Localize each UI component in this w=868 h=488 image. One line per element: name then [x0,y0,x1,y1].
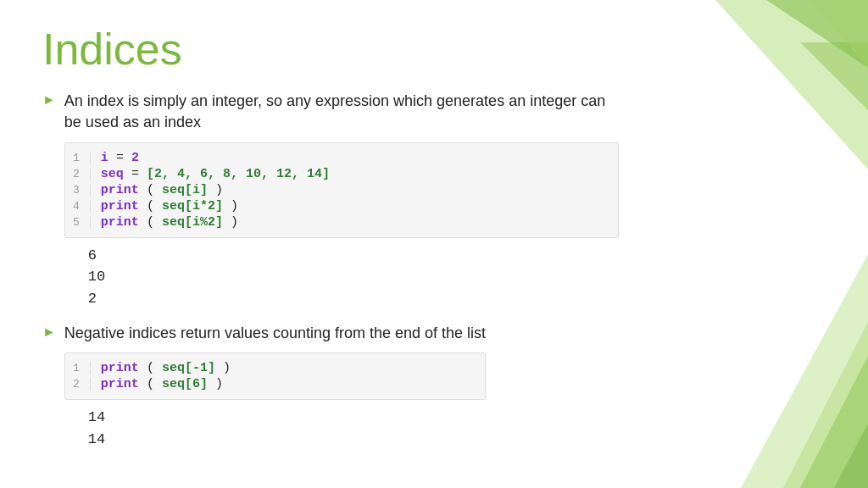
line-num-1-2: 2 [65,168,91,180]
svg-marker-1 [766,0,868,68]
svg-marker-6 [809,0,868,68]
bullet-item-2: ► Negative indices return values countin… [42,323,619,455]
bullet-text-1: An index is simply an integer, so any ex… [64,91,619,133]
code-content-2-1: print ( seq[-1] ) [101,361,231,375]
code-block-2: 1 print ( seq[-1] ) 2 print ( seq[6] [64,352,486,400]
code-line-1-4: 4 print ( seq[i*2] ) [65,198,618,214]
output-line-1-3: 2 [88,288,619,310]
bullet-content-1: An index is simply an integer, so any ex… [64,91,619,314]
code-content-2-2: print ( seq[6] ) [101,377,223,391]
bullet-arrow-2: ► [42,324,56,340]
code-content-1-1: i = 2 [101,151,139,165]
line-num-2-1: 1 [65,362,91,374]
bullet-item-1: ► An index is simply an integer, so any … [42,91,619,314]
page-title: Indices [42,25,619,74]
output-block-2: 14 14 [88,407,486,450]
svg-marker-7 [783,322,868,488]
code-content-1-4: print ( seq[i*2] ) [101,199,238,214]
code-line-1-5: 5 print ( seq[i%2] ) [65,214,618,230]
bullet-content-2: Negative indices return values counting … [64,323,486,455]
line-num-1-3: 3 [65,184,91,197]
svg-marker-5 [834,424,868,488]
code-line-2-2: 2 print ( seq[6] ) [65,376,485,392]
line-num-1-5: 5 [65,216,91,229]
output-line-1-2: 10 [88,266,619,288]
svg-marker-3 [741,254,868,488]
output-line-2-1: 14 [88,407,486,429]
svg-marker-2 [800,42,868,110]
svg-marker-0 [715,0,868,169]
bullet-arrow-1: ► [42,92,56,108]
code-content-1-3: print ( seq[i] ) [101,183,223,197]
code-block-1: 1 i = 2 2 seq = [2, 4, 6, 8, 10, 12, 14] [64,142,619,238]
line-num-2-2: 2 [65,378,91,391]
output-line-2-2: 14 [88,429,486,451]
bullet-text-2: Negative indices return values counting … [64,323,486,344]
output-block-1: 6 10 2 [88,245,619,310]
code-content-1-5: print ( seq[i%2] ) [101,215,238,230]
code-line-2-1: 1 print ( seq[-1] ) [65,360,485,376]
line-num-1-4: 4 [65,200,91,213]
code-line-1-2: 2 seq = [2, 4, 6, 8, 10, 12, 14] [65,166,618,182]
code-line-1-1: 1 i = 2 [65,150,618,166]
line-num-1-1: 1 [65,152,91,164]
code-content-1-2: seq = [2, 4, 6, 8, 10, 12, 14] [101,167,330,181]
svg-marker-4 [800,356,868,488]
output-line-1-1: 6 [88,245,619,267]
code-line-1-3: 3 print ( seq[i] ) [65,182,618,198]
